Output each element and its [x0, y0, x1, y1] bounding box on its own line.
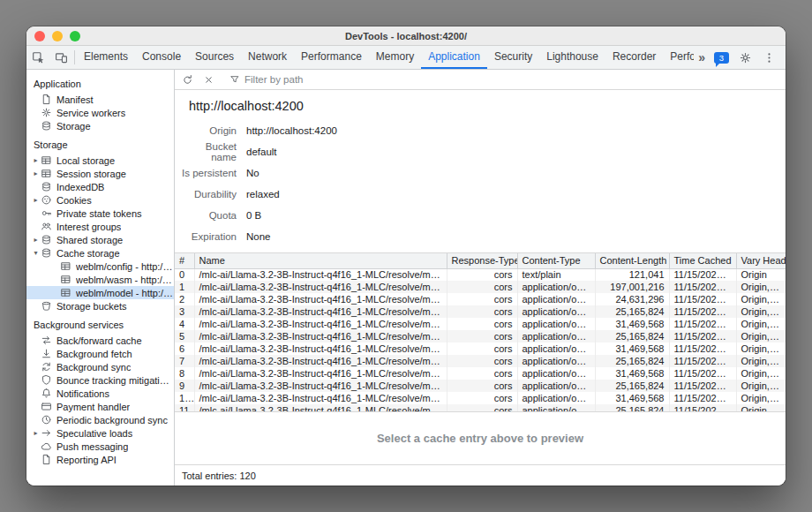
cache-entry-row-10[interactable]: 10/mlc-ai/Llama-3.2-3B-Instruct-q4f16_1-…: [175, 392, 786, 404]
cell-time_cached: 11/15/2024, 10…: [669, 330, 736, 343]
close-window-button[interactable]: [34, 31, 45, 41]
sidebar-item-label: Payment handler: [56, 402, 130, 412]
database-icon: [41, 181, 52, 192]
sidebar-item-payment-handler[interactable]: Payment handler: [26, 400, 174, 413]
sidebar-item-weblm-model-http-loc[interactable]: weblm/model - http://loc…: [26, 286, 174, 299]
cache-entry-row-5[interactable]: 5/mlc-ai/Llama-3.2-3B-Instruct-q4f16_1-M…: [175, 330, 786, 343]
more-tabs-chevron-icon[interactable]: »: [694, 50, 710, 64]
sidebar-item-weblm-wasm-http-loca[interactable]: weblm/wasm - http://loca…: [26, 273, 174, 286]
tab-network[interactable]: Network: [241, 46, 294, 69]
tab-application[interactable]: Application: [421, 46, 487, 69]
sidebar-item-storage-buckets[interactable]: Storage buckets: [26, 299, 174, 312]
tree-expand-arrow-icon[interactable]: ▸: [31, 236, 41, 244]
column-header-response-type[interactable]: Response-Type: [447, 253, 517, 268]
sidebar-item-label: Background sync: [56, 362, 131, 373]
cache-entry-row-0[interactable]: 0/mlc-ai/Llama-3.2-3B-Instruct-q4f16_1-M…: [175, 268, 786, 281]
swap-arrows-icon: [41, 335, 52, 346]
sidebar-item-storage[interactable]: Storage: [26, 119, 174, 132]
tree-expand-arrow-icon[interactable]: ▸: [31, 429, 41, 437]
manifest-document-icon: [41, 94, 52, 105]
tree-collapse-arrow-icon[interactable]: ▾: [31, 249, 41, 257]
cache-meta-row-origin: Origin http://localhost:4200: [175, 120, 786, 141]
sidebar-item-cookies[interactable]: ▸Cookies: [26, 193, 174, 207]
sidebar-section-title[interactable]: Background services: [26, 312, 174, 334]
cache-meta-value: default: [246, 147, 277, 157]
cell-content_length: 25,165,824: [595, 305, 669, 318]
sidebar-item-bounce-tracking-mitigations[interactable]: Bounce tracking mitigations: [26, 373, 174, 387]
sidebar-item-interest-groups[interactable]: Interest groups: [26, 220, 174, 233]
tree-expand-arrow-icon[interactable]: ▸: [31, 196, 41, 204]
settings-gear-icon[interactable]: [733, 51, 756, 64]
cell-content_type: text/plain: [517, 268, 595, 281]
tab-elements[interactable]: Elements: [77, 46, 135, 69]
cell-content_type: application/oc…: [517, 380, 595, 392]
sidebar-item-notifications[interactable]: Notifications: [26, 387, 174, 400]
sidebar-item-indexeddb[interactable]: IndexedDB: [26, 180, 174, 193]
tab-memory[interactable]: Memory: [369, 46, 421, 69]
cache-entry-row-7[interactable]: 7/mlc-ai/Llama-3.2-3B-Instruct-q4f16_1-M…: [175, 355, 786, 367]
sidebar-section-title[interactable]: Application: [26, 72, 174, 93]
tab-performance-insights[interactable]: Performance insights: [663, 46, 694, 69]
sidebar-item-push-messaging[interactable]: Push messaging: [26, 440, 174, 453]
sidebar-item-session-storage[interactable]: ▸Session storage: [26, 167, 174, 180]
column-header-vary-header[interactable]: Vary Header: [736, 253, 786, 268]
tree-expand-arrow-icon[interactable]: ▸: [31, 156, 41, 164]
sidebar-item-weblm-config-http-loc[interactable]: weblm/config - http://loc…: [26, 260, 174, 273]
cache-entry-row-9[interactable]: 9/mlc-ai/Llama-3.2-3B-Instruct-q4f16_1-M…: [175, 380, 786, 392]
sidebar-item-background-sync[interactable]: Background sync: [26, 360, 174, 373]
sidebar-item-service-workers[interactable]: Service workers: [26, 106, 174, 119]
delete-selected-icon[interactable]: [199, 70, 219, 89]
cache-entry-row-4[interactable]: 4/mlc-ai/Llama-3.2-3B-Instruct-q4f16_1-M…: [175, 318, 786, 330]
cache-meta-label: Expiration: [182, 231, 237, 242]
column-header-name[interactable]: Name: [194, 253, 447, 268]
sidebar-item-background-fetch[interactable]: Background fetch: [26, 347, 174, 360]
sidebar-section-title[interactable]: Storage: [26, 132, 174, 154]
sidebar-item-shared-storage[interactable]: ▸Shared storage: [26, 233, 174, 246]
sidebar-item-reporting-api[interactable]: Reporting API: [26, 453, 174, 466]
console-messages-badge[interactable]: 3: [714, 52, 729, 64]
cell-response_type: cors: [447, 392, 517, 404]
tab-security[interactable]: Security: [487, 46, 539, 69]
cache-entry-row-2[interactable]: 2/mlc-ai/Llama-3.2-3B-Instruct-q4f16_1-M…: [175, 293, 786, 305]
filter-by-path-input[interactable]: [244, 74, 439, 85]
traffic-lights: [34, 26, 80, 45]
kebab-menu-icon[interactable]: [757, 51, 780, 64]
cache-meta-label: Origin: [182, 125, 237, 136]
column-header-content-length[interactable]: Content-Length: [595, 253, 669, 268]
sidebar-item-back-forward-cache[interactable]: Back/forward cache: [26, 334, 174, 347]
tab-recorder[interactable]: Recorder: [605, 46, 663, 69]
sidebar-item-label: Notifications: [56, 388, 109, 399]
sidebar-item-periodic-background-sync[interactable]: Periodic background sync: [26, 413, 174, 426]
cell-vary_header: Origin,Access…: [736, 281, 786, 293]
cell-index: 5: [175, 330, 194, 343]
sidebar-item-speculative-loads[interactable]: ▸Speculative loads: [26, 426, 174, 440]
sidebar-item-local-storage[interactable]: ▸Local storage: [26, 154, 174, 167]
cell-vary_header: Origin,Access…: [736, 305, 786, 318]
cache-entry-row-3[interactable]: 3/mlc-ai/Llama-3.2-3B-Instruct-q4f16_1-M…: [175, 305, 786, 318]
window-titlebar[interactable]: DevTools - localhost:4200/: [26, 26, 786, 46]
sidebar-item-cache-storage[interactable]: ▾Cache storage: [26, 246, 174, 260]
refresh-icon[interactable]: [177, 70, 198, 89]
inspect-element-icon[interactable]: [26, 46, 49, 69]
column-header-content-type[interactable]: Content-Type: [517, 253, 595, 268]
column-header-time-cached[interactable]: Time Cached: [669, 253, 736, 268]
tab-console[interactable]: Console: [135, 46, 188, 69]
sidebar-item-manifest[interactable]: Manifest: [26, 93, 174, 106]
cache-entries-table-container[interactable]: #NameResponse-TypeContent-TypeContent-Le…: [175, 252, 786, 412]
tab-sources[interactable]: Sources: [188, 46, 241, 69]
cell-response_type: cors: [447, 367, 517, 380]
sidebar-item-private-state-tokens[interactable]: Private state tokens: [26, 207, 174, 220]
tab-lighthouse[interactable]: Lighthouse: [539, 46, 605, 69]
zoom-window-button[interactable]: [70, 31, 80, 41]
cell-time_cached: 11/15/2024, 10…: [669, 392, 736, 404]
column-header-index[interactable]: #: [175, 253, 194, 268]
cache-entry-row-8[interactable]: 8/mlc-ai/Llama-3.2-3B-Instruct-q4f16_1-M…: [175, 367, 786, 380]
device-toolbar-icon[interactable]: [49, 46, 72, 69]
cache-entry-row-6[interactable]: 6/mlc-ai/Llama-3.2-3B-Instruct-q4f16_1-M…: [175, 343, 786, 355]
minimize-window-button[interactable]: [52, 31, 63, 41]
cache-entry-row-1[interactable]: 1/mlc-ai/Llama-3.2-3B-Instruct-q4f16_1-M…: [175, 281, 786, 293]
cache-meta-label: Bucket name: [182, 141, 237, 162]
tree-expand-arrow-icon[interactable]: ▸: [31, 169, 41, 177]
cache-entry-row-11[interactable]: 11/mlc-ai/Llama-3.2-3B-Instruct-q4f16_1-…: [175, 404, 786, 412]
tab-performance[interactable]: Performance: [294, 46, 369, 69]
